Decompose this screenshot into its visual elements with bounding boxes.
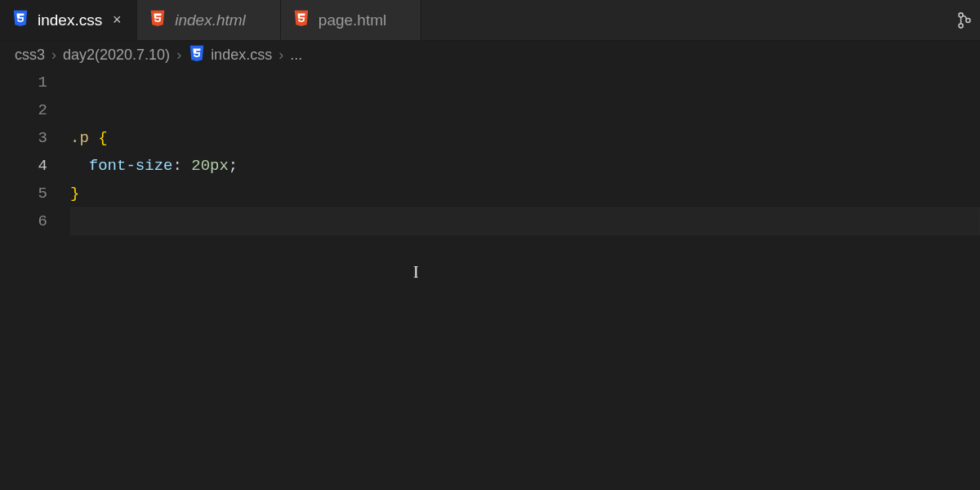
code-line[interactable]: } — [70, 180, 980, 207]
tab-spacer — [421, 0, 949, 40]
code-token: : — [172, 157, 191, 175]
line-number: 1 — [0, 69, 47, 96]
svg-point-1 — [959, 24, 963, 28]
css-file-icon — [11, 9, 29, 31]
code-token: 20px — [191, 157, 229, 175]
html-file-icon — [149, 9, 167, 31]
line-number: 4 — [0, 152, 47, 180]
breadcrumb-tail[interactable]: ... — [290, 47, 302, 64]
line-number: 6 — [0, 207, 47, 235]
code-editor[interactable]: 123456 .p { font-size: 20px;}I — [0, 69, 980, 490]
source-control-icon[interactable] — [957, 11, 972, 29]
svg-point-0 — [959, 12, 963, 16]
code-line[interactable] — [70, 207, 980, 235]
code-line[interactable]: font-size: 20px; — [70, 152, 980, 180]
code-area[interactable]: .p { font-size: 20px;}I — [70, 69, 980, 490]
tab-label: page.html — [318, 11, 386, 29]
tab-label: index.css — [38, 11, 102, 29]
line-number: 5 — [0, 180, 47, 207]
tab-bar: index.css×index.html×page.html× — [0, 0, 980, 41]
line-number: 2 — [0, 96, 47, 124]
code-line[interactable] — [70, 263, 980, 291]
code-token: .p — [70, 129, 98, 147]
code-token — [70, 157, 89, 175]
tab-page-html[interactable]: page.html× — [281, 0, 421, 40]
tab-index-css[interactable]: index.css× — [0, 0, 137, 40]
chevron-right-icon: › — [50, 47, 58, 64]
tab-label: index.html — [175, 11, 246, 29]
code-token: { — [98, 129, 107, 147]
code-line[interactable]: .p { — [70, 124, 980, 152]
chevron-right-icon: › — [175, 47, 183, 64]
breadcrumb-segment[interactable]: css3 — [15, 47, 45, 64]
html-file-icon — [292, 9, 310, 31]
code-token: font-size — [89, 157, 173, 175]
code-token: } — [70, 185, 79, 203]
css-file-icon — [188, 44, 206, 66]
code-line[interactable] — [70, 235, 980, 263]
line-number: 3 — [0, 124, 47, 152]
code-token: ; — [229, 157, 238, 175]
tab-actions — [949, 0, 980, 40]
breadcrumb-segment[interactable]: index.css — [188, 44, 272, 66]
line-gutter: 123456 — [0, 69, 70, 490]
close-icon[interactable]: × — [110, 14, 123, 27]
chevron-right-icon: › — [277, 47, 285, 64]
tab-index-html[interactable]: index.html× — [137, 0, 281, 40]
breadcrumb: css3›day2(2020.7.10)›index.css›... — [0, 41, 980, 69]
breadcrumb-segment[interactable]: day2(2020.7.10) — [63, 47, 170, 64]
